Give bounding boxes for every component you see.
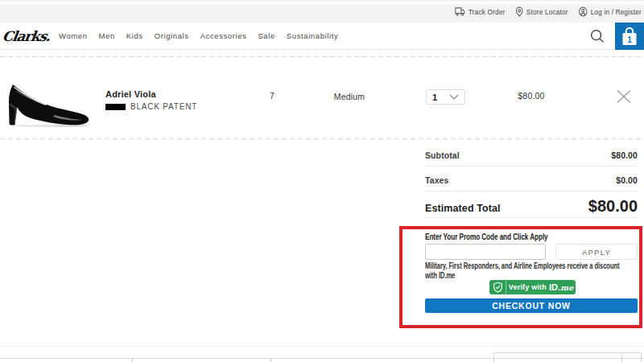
search-icon (590, 29, 605, 43)
user-icon (579, 6, 588, 17)
summary-row-taxes: Taxes $0.00 (425, 167, 638, 191)
login-register-link[interactable]: Log in / Register (579, 6, 642, 17)
footer-column-tick-1 (132, 358, 133, 362)
cart-row-top-border (0, 56, 644, 57)
idme-discount-note: Military, First Responders, and Airline … (425, 261, 627, 280)
summary-row-subtotal: Subtotal $80.00 (425, 138, 638, 167)
footer-column-tick-2 (270, 358, 271, 362)
nav-item-originals[interactable]: Originals (155, 31, 189, 40)
taxes-label: Taxes (425, 175, 449, 185)
subtotal-label: Subtotal (425, 150, 460, 160)
chevron-down-icon (449, 94, 459, 100)
product-color-row: BLACK PATENT (105, 102, 197, 111)
login-register-label: Log in / Register (591, 7, 642, 16)
utility-items: Track Order Store Locator Log in / Regis… (455, 6, 642, 17)
item-size: 7 (256, 91, 288, 101)
verify-idme-label: Verify with ID.me (506, 280, 576, 294)
footer-input-box[interactable] (493, 352, 642, 362)
taxes-value: $0.00 (616, 175, 638, 185)
track-order-label: Track Order (469, 7, 506, 16)
item-width: Medium (324, 92, 375, 101)
product-info: Adriel Viola BLACK PATENT (105, 89, 197, 111)
remove-item-button[interactable] (616, 89, 632, 104)
close-icon (616, 89, 632, 104)
subtotal-value: $80.00 (611, 150, 638, 160)
color-swatch (105, 104, 126, 110)
cart-page: Track Order Store Locator Log in / Regis… (0, 0, 644, 362)
checkout-now-button[interactable]: CHECKOUT NOW (425, 298, 638, 313)
footer-divider-1 (0, 346, 644, 347)
estimated-total-value: $80.00 (588, 198, 638, 214)
product-image[interactable] (6, 83, 90, 131)
summary-row-total: Estimated Total $80.00 (425, 191, 638, 218)
nav-item-women[interactable]: Women (59, 31, 88, 40)
cart-bag-button[interactable]: 1 (615, 23, 644, 50)
product-name[interactable]: Adriel Viola (105, 89, 197, 99)
bag-icon: 1 (621, 27, 638, 47)
track-order-link[interactable]: Track Order (455, 6, 506, 16)
truck-icon (455, 6, 465, 16)
verify-idme-button[interactable]: Verify with ID.me (489, 280, 576, 294)
store-locator-label: Store Locator (526, 7, 568, 16)
shield-check-icon (489, 280, 506, 294)
promo-code-label: Enter Your Promo Code and Click Apply (425, 232, 548, 241)
store-locator-link[interactable]: Store Locator (515, 6, 568, 17)
search-button[interactable] (584, 23, 610, 49)
apply-button[interactable]: APPLY (555, 244, 638, 260)
cart-count: 1 (627, 35, 632, 43)
nav-item-men[interactable]: Men (99, 31, 115, 40)
nav-links: Women Men Kids Originals Accessories Sal… (59, 23, 338, 49)
item-price: $80.00 (506, 91, 557, 101)
main-nav: Clarks. Women Men Kids Originals Accesso… (0, 23, 644, 50)
quantity-value: 1 (432, 93, 449, 102)
utility-bar: Track Order Store Locator Log in / Regis… (0, 0, 644, 23)
nav-item-kids[interactable]: Kids (126, 31, 143, 40)
order-summary: Subtotal $80.00 Taxes $0.00 Estimated To… (425, 138, 638, 218)
location-pin-icon (515, 6, 522, 17)
footer-input-divider (621, 353, 622, 362)
nav-item-sustainability[interactable]: Sustainability (287, 31, 338, 40)
color-label: BLACK PATENT (130, 102, 197, 111)
nav-item-accessories[interactable]: Accessories (200, 31, 247, 40)
nav-item-sale[interactable]: Sale (258, 31, 275, 40)
estimated-total-label: Estimated Total (425, 203, 501, 214)
clarks-logo[interactable]: Clarks. (2, 28, 52, 44)
quantity-select[interactable]: 1 (426, 89, 465, 105)
promo-code-input[interactable] (425, 244, 546, 260)
